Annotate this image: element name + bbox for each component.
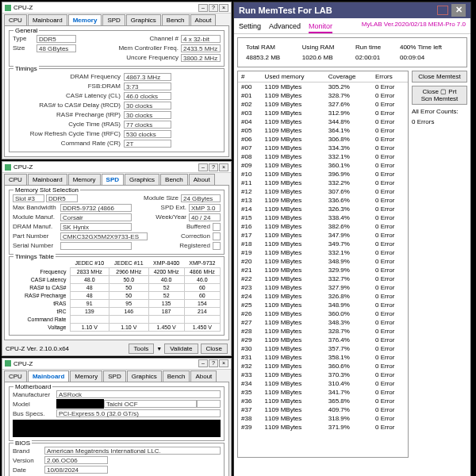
tab-graphics[interactable]: Graphics [125, 174, 159, 185]
tab-spd[interactable]: SPD [103, 370, 125, 382]
table-row[interactable]: #361109 MBytes365.8%0 Error [238, 397, 408, 405]
window-title: CPU-Z [13, 163, 33, 171]
table-row[interactable]: #101109 MBytes396.9%0 Error [238, 170, 408, 178]
tab-mainboard[interactable]: Mainboard [28, 370, 69, 382]
app-icon [5, 360, 11, 367]
tab-cpu[interactable]: CPU [4, 370, 27, 382]
table-row[interactable]: #111109 MBytes332.2%0 Error [238, 178, 408, 187]
table-row[interactable]: #391109 MBytes371.9%0 Error [238, 423, 408, 432]
table-row[interactable]: #311109 MBytes358.1%0 Error [238, 353, 408, 362]
tab-cpu[interactable]: CPU [4, 14, 27, 25]
tabs: CPUMainboardMemorySPDGraphicsBenchAbout [2, 13, 231, 25]
camera-icon[interactable] [437, 6, 448, 15]
minimize-icon[interactable]: – [198, 4, 208, 12]
titlebar[interactable]: CPU-Z – ? × [2, 162, 231, 173]
table-row[interactable]: #011109 MBytes328.7%0 Error [238, 91, 408, 100]
table-row[interactable]: #261109 MBytes360.0%0 Error [238, 309, 408, 318]
window-title: CPU-Z [13, 360, 33, 367]
table-row[interactable]: #231109 MBytes327.9%0 Error [238, 283, 408, 292]
tab-about[interactable]: About [190, 14, 217, 25]
table-row[interactable]: #171109 MBytes347.9%0 Error [238, 231, 408, 240]
tab-graphics[interactable]: Graphics [127, 370, 162, 382]
slot-select[interactable]: Slot #3 [13, 194, 44, 202]
table-row[interactable]: #021109 MBytes327.6%0 Error [238, 100, 408, 109]
table-row[interactable]: #131109 MBytes336.6%0 Error [238, 196, 408, 205]
titlebar[interactable]: CPU-Z – ? × [2, 2, 231, 13]
tab-graphics[interactable]: Graphics [126, 14, 161, 25]
tab-bench[interactable]: Bench [162, 14, 190, 25]
table-row[interactable]: #291109 MBytes376.4%0 Error [238, 336, 408, 344]
app-icon [5, 164, 11, 171]
tab-about[interactable]: About [189, 174, 215, 185]
tab-bench[interactable]: Bench [163, 370, 190, 382]
table-row[interactable]: #321109 MBytes360.6%0 Error [238, 362, 408, 370]
tab-setting[interactable]: Setting [239, 21, 261, 33]
tab-about[interactable]: About [190, 370, 217, 382]
table-row[interactable]: #301109 MBytes357.7%0 Error [238, 344, 408, 353]
table-row[interactable]: #341109 MBytes310.4%0 Error [238, 379, 408, 388]
redacted-box [13, 420, 221, 437]
table-row[interactable]: #191109 MBytes332.1%0 Error [238, 248, 408, 257]
table-row[interactable]: #381109 MBytes318.9%0 Error [238, 414, 408, 423]
tab-memory[interactable]: Memory [68, 174, 101, 185]
tab-advanced[interactable]: Advanced [269, 21, 301, 33]
table-row[interactable]: #031109 MBytes312.9%0 Error [238, 109, 408, 117]
close-memtest-button[interactable]: Close Memtest [412, 71, 467, 83]
results-list[interactable]: #Used memoryCoverageErrors#001109 MBytes… [237, 71, 409, 458]
titlebar[interactable]: CPU-Z – ? × [2, 359, 231, 370]
validate-button[interactable]: Validate [164, 344, 198, 354]
close-icon[interactable]: × [219, 4, 228, 12]
timings-table-fieldset: Timings Table JEDEC #10JEDEC #11XMP-8400… [9, 256, 225, 336]
table-row[interactable]: #201109 MBytes348.9%0 Error [238, 257, 408, 266]
tab-mainboard[interactable]: Mainboard [28, 14, 67, 25]
tab-memory[interactable]: Memory [70, 370, 102, 382]
table-row[interactable]: #181109 MBytes349.7%0 Error [238, 240, 408, 248]
close-icon[interactable]: ✕ [451, 4, 466, 17]
tab-memory[interactable]: Memory [68, 14, 102, 25]
table-row[interactable]: #271109 MBytes348.3%0 Error [238, 318, 408, 327]
table-row[interactable]: #351109 MBytes341.7%0 Error [238, 388, 408, 397]
close-icon[interactable]: × [219, 359, 228, 367]
redacted-box [56, 399, 104, 409]
table-row[interactable]: #221109 MBytes332.7%0 Error [238, 274, 408, 283]
table-row[interactable]: #061109 MBytes306.8%0 Error [238, 135, 408, 144]
minimize-icon[interactable]: – [198, 163, 208, 171]
tab-spd[interactable]: SPD [102, 14, 125, 25]
cpuz-memory-window: CPU-Z – ? × CPUMainboardMemorySPDGraphic… [2, 2, 232, 159]
close-button[interactable]: Close [201, 344, 228, 354]
table-row[interactable]: #141109 MBytes326.3%0 Error [238, 205, 408, 213]
table-row[interactable]: #211109 MBytes329.9%0 Error [238, 266, 408, 274]
tab-mainboard[interactable]: Mainboard [28, 174, 67, 185]
table-row[interactable]: #001109 MBytes305.2%0 Error [238, 83, 408, 92]
error-count-value: 0 Errors [412, 118, 467, 125]
table-row[interactable]: #281109 MBytes328.7%0 Error [238, 327, 408, 336]
table-row[interactable]: #081109 MBytes332.1%0 Error [238, 152, 408, 161]
table-row[interactable]: #241109 MBytes326.8%0 Error [238, 292, 408, 301]
help-icon[interactable]: ? [209, 4, 218, 12]
close-icon[interactable]: × [219, 163, 228, 171]
tab-cpu[interactable]: CPU [4, 174, 27, 185]
version-label: MyLAB Ver.2020/02/18 MEM-Pro 7.0 [362, 21, 466, 33]
table-row[interactable]: #091109 MBytes360.1%0 Error [238, 161, 408, 170]
prtscn-button[interactable]: Close ▢ Prt Scn Memtest [412, 86, 467, 105]
table-row[interactable]: #121109 MBytes307.6%0 Error [238, 187, 408, 196]
help-icon[interactable]: ? [209, 359, 218, 367]
table-row[interactable]: #071109 MBytes334.3%0 Error [238, 144, 408, 152]
table-row[interactable]: #151109 MBytes338.4%0 Error [238, 213, 408, 222]
table-row[interactable]: #331109 MBytes370.3%0 Error [238, 370, 408, 379]
tab-spd[interactable]: SPD [102, 174, 124, 185]
version-label: CPU-Z Ver. 2.10.0.x64 [6, 345, 69, 352]
help-icon[interactable]: ? [209, 163, 218, 171]
minimize-icon[interactable]: – [198, 359, 208, 367]
table-row[interactable]: #371109 MBytes409.7%0 Error [238, 405, 408, 414]
table-row[interactable]: #161109 MBytes382.6%0 Error [238, 222, 408, 231]
table-row[interactable]: #041109 MBytes344.8%0 Error [238, 117, 408, 126]
table-row[interactable]: #051109 MBytes364.1%0 Error [238, 126, 408, 135]
table-row[interactable]: #251109 MBytes348.9%0 Error [238, 301, 408, 309]
memtest-window: Run MemTest For LAB ✕ Setting Advanced M… [233, 2, 471, 476]
tools-button[interactable]: Tools [129, 344, 155, 354]
tab-bench[interactable]: Bench [160, 174, 188, 185]
titlebar[interactable]: Run MemTest For LAB ✕ [234, 2, 470, 18]
cpuz-mainboard-window: CPU-Z – ? × CPUMainboardMemorySPDGraphic… [2, 358, 232, 477]
tab-monitor[interactable]: Monitor [309, 21, 332, 33]
